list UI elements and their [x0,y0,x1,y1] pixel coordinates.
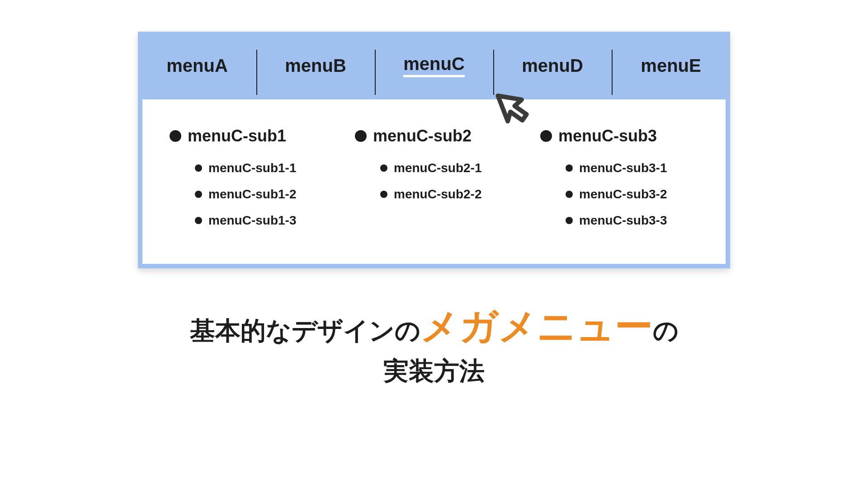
nav-label: menuC [403,54,465,77]
nav-item-a[interactable]: menuA [138,32,256,99]
panel-sub-item[interactable]: menuC-sub3-2 [566,187,698,202]
panel-sub-list: menuC-sub1-1 menuC-sub1-2 menuC-sub1-3 [170,161,328,228]
nav-label: menuB [285,56,346,76]
panel-sub-label: menuC-sub1-1 [208,161,296,175]
panel-sub-item[interactable]: menuC-sub1-2 [195,187,328,202]
panel-sub-label: menuC-sub3-2 [579,187,667,202]
panel-sub-label: menuC-sub2-2 [394,187,481,202]
panel-column-header[interactable]: menuC-sub2 [355,127,513,145]
panel-column-title: menuC-sub3 [558,127,657,145]
caption-line-2: 実装方法 [190,353,679,389]
mega-menu-mock: menuA menuB menuC menuD menuE m [138,32,730,268]
panel-column: menuC-sub1 menuC-sub1-1 menuC-sub1-2 men… [170,127,328,228]
nav-item-d[interactable]: menuD [493,32,612,99]
panel-sub-item[interactable]: menuC-sub1-1 [195,161,328,175]
caption: 基本的なデザインのメガメニューの 実装方法 [190,300,679,389]
bullet-icon [566,217,573,224]
bullet-icon [566,191,573,198]
panel-sub-label: menuC-sub3-1 [579,161,667,175]
panel-column-title: menuC-sub2 [373,127,472,145]
nav-label: menuE [641,56,701,76]
panel-sub-label: menuC-sub1-2 [208,187,296,202]
panel-sub-item[interactable]: menuC-sub3-3 [566,213,698,228]
bullet-icon [170,130,181,142]
bullet-icon [195,217,202,224]
panel-column-header[interactable]: menuC-sub3 [540,127,698,145]
caption-highlight: メガメニュー [420,305,653,347]
bullet-icon [566,164,573,172]
panel-sub-item[interactable]: menuC-sub2-1 [380,161,513,175]
nav-item-e[interactable]: menuE [612,32,730,99]
bullet-icon [195,191,202,198]
panel-sub-list: menuC-sub3-1 menuC-sub3-2 menuC-sub3-3 [540,161,698,228]
panel-sub-label: menuC-sub1-3 [208,213,296,228]
panel-sub-label: menuC-sub3-3 [579,213,667,228]
bullet-icon [380,191,387,198]
nav-item-b[interactable]: menuB [256,32,375,99]
nav-label: menuA [166,56,228,76]
bullet-icon [540,130,552,142]
panel-column-header[interactable]: menuC-sub1 [170,127,328,145]
nav-label: menuD [522,56,583,76]
caption-text: の [653,316,679,345]
panel-column-title: menuC-sub1 [188,127,286,145]
mega-menu-panel: menuC-sub1 menuC-sub1-1 menuC-sub1-2 men… [138,99,730,268]
bullet-icon [195,164,202,172]
bullet-icon [380,164,387,172]
panel-column: menuC-sub3 menuC-sub3-1 menuC-sub3-2 men… [540,127,698,228]
nav-item-c[interactable]: menuC [375,32,493,99]
panel-column: menuC-sub2 menuC-sub2-1 menuC-sub2-2 [355,127,513,228]
panel-sub-label: menuC-sub2-1 [394,161,481,175]
nav-bar: menuA menuB menuC menuD menuE [138,32,730,99]
panel-sub-item[interactable]: menuC-sub1-3 [195,213,328,228]
bullet-icon [355,130,367,142]
panel-sub-item[interactable]: menuC-sub2-2 [380,187,513,202]
panel-sub-item[interactable]: menuC-sub3-1 [566,161,698,175]
caption-line-1: 基本的なデザインのメガメニューの [190,300,679,353]
panel-sub-list: menuC-sub2-1 menuC-sub2-2 [355,161,513,202]
caption-text: 基本的なデザインの [190,316,420,345]
